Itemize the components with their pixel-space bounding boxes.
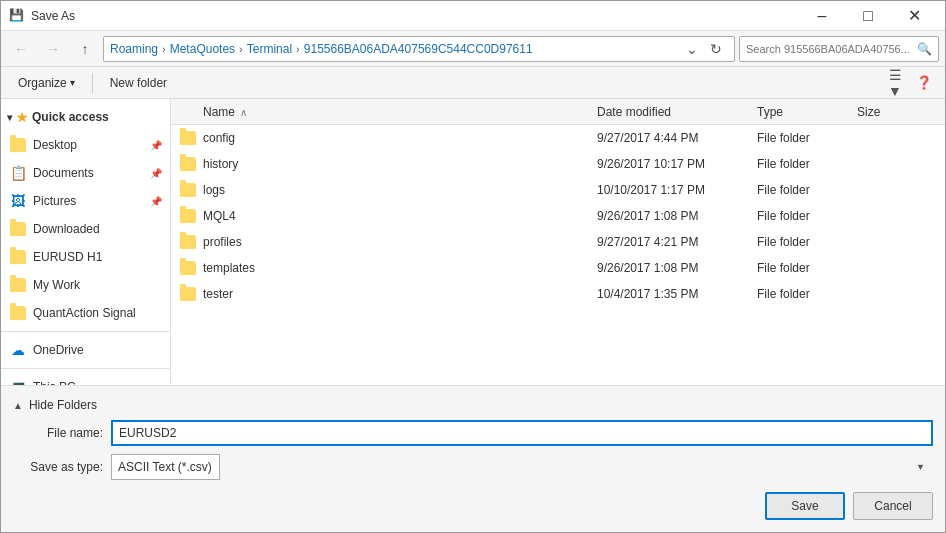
sidebar-item-desktop[interactable]: Desktop 📌: [1, 131, 170, 159]
search-box: 🔍: [739, 36, 939, 62]
address-refresh-button[interactable]: ↻: [704, 37, 728, 61]
bottom-panel: ▲ Hide Folders File name: Save as type: …: [1, 385, 945, 532]
pin-icon-pictures: 📌: [150, 196, 162, 207]
file-type-cell: File folder: [757, 261, 857, 275]
sidebar-item-eurusd-label: EURUSD H1: [33, 250, 162, 264]
cancel-button[interactable]: Cancel: [853, 492, 933, 520]
button-row: Save Cancel: [13, 488, 933, 524]
organize-arrow: ▾: [70, 77, 75, 88]
maximize-button[interactable]: □: [845, 1, 891, 31]
file-name-cell: profiles: [203, 235, 597, 249]
file-date-cell: 9/26/2017 1:08 PM: [597, 209, 757, 223]
hide-folders-chevron: ▲: [13, 400, 23, 411]
pin-icon-documents: 📌: [150, 168, 162, 179]
hide-folders-button[interactable]: Hide Folders: [29, 398, 97, 412]
back-button[interactable]: ←: [7, 35, 35, 63]
save-as-type-select[interactable]: ASCII Text (*.csv): [111, 454, 220, 480]
new-folder-button[interactable]: New folder: [101, 70, 176, 96]
new-folder-label: New folder: [110, 76, 167, 90]
file-date-cell: 9/27/2017 4:44 PM: [597, 131, 757, 145]
table-row[interactable]: logs 10/10/2017 1:17 PM File folder: [171, 177, 945, 203]
mywork-folder-icon: [9, 276, 27, 294]
folder-icon: [179, 285, 197, 303]
hide-folders-row: ▲ Hide Folders: [13, 394, 933, 412]
col-date-header[interactable]: Date modified: [597, 105, 757, 119]
window-title: Save As: [31, 9, 799, 23]
pin-icon-desktop: 📌: [150, 140, 162, 151]
file-name-cell: tester: [203, 287, 597, 301]
table-row[interactable]: templates 9/26/2017 1:08 PM File folder: [171, 255, 945, 281]
address-parts: Roaming › MetaQuotes › Terminal › 915566…: [110, 42, 680, 56]
file-type-cell: File folder: [757, 209, 857, 223]
table-row[interactable]: tester 10/4/2017 1:35 PM File folder: [171, 281, 945, 307]
content-area: ▾ ★ Quick access Desktop 📌 📋 Documents: [1, 99, 945, 385]
view-button[interactable]: ☰ ▼: [881, 70, 909, 96]
address-sep-3: ›: [296, 43, 300, 55]
quick-access-chevron: ▾: [7, 112, 12, 123]
desktop-folder-icon: [9, 136, 27, 154]
help-button[interactable]: ❓: [911, 70, 937, 96]
file-date-cell: 9/26/2017 1:08 PM: [597, 261, 757, 275]
quick-access-header[interactable]: ▾ ★ Quick access: [1, 103, 170, 131]
col-size-header[interactable]: Size: [857, 105, 937, 119]
pictures-folder-icon: 🖼: [9, 192, 27, 210]
table-row[interactable]: config 9/27/2017 4:44 PM File folder: [171, 125, 945, 151]
file-list: config 9/27/2017 4:44 PM File folder his…: [171, 125, 945, 385]
table-row[interactable]: MQL4 9/26/2017 1:08 PM File folder: [171, 203, 945, 229]
address-part-metaquotes[interactable]: MetaQuotes: [170, 42, 235, 56]
address-part-id[interactable]: 915566BA06ADA407569C544CC0D97611: [304, 42, 533, 56]
save-as-type-label: Save as type:: [13, 460, 103, 474]
sidebar-item-pictures[interactable]: 🖼 Pictures 📌: [1, 187, 170, 215]
quick-access-label: Quick access: [32, 110, 109, 124]
file-name-label: File name:: [13, 426, 103, 440]
sidebar-item-thispc[interactable]: 💻 This PC: [1, 373, 170, 385]
thispc-icon: 💻: [9, 378, 27, 385]
file-date-cell: 9/26/2017 10:17 PM: [597, 157, 757, 171]
table-row[interactable]: profiles 9/27/2017 4:21 PM File folder: [171, 229, 945, 255]
folder-icon: [179, 233, 197, 251]
address-bar[interactable]: Roaming › MetaQuotes › Terminal › 915566…: [103, 36, 735, 62]
sidebar-item-mywork-label: My Work: [33, 278, 162, 292]
organize-button[interactable]: Organize ▾: [9, 70, 84, 96]
save-button[interactable]: Save: [765, 492, 845, 520]
sidebar-item-eurusd[interactable]: EURUSD H1: [1, 243, 170, 271]
file-type-cell: File folder: [757, 157, 857, 171]
sort-indicator: ∧: [240, 107, 247, 118]
file-name-input[interactable]: [111, 420, 933, 446]
folder-icon: [179, 129, 197, 147]
file-date-cell: 9/27/2017 4:21 PM: [597, 235, 757, 249]
minimize-button[interactable]: –: [799, 1, 845, 31]
close-button[interactable]: ✕: [891, 1, 937, 31]
table-row[interactable]: history 9/26/2017 10:17 PM File folder: [171, 151, 945, 177]
address-sep-1: ›: [162, 43, 166, 55]
search-icon: 🔍: [917, 42, 932, 56]
downloaded-folder-icon: [9, 220, 27, 238]
address-part-roaming[interactable]: Roaming: [110, 42, 158, 56]
sidebar-divider-2: [1, 368, 170, 369]
col-name-header[interactable]: Name ∧: [203, 105, 597, 119]
folder-icon: [179, 259, 197, 277]
file-name-cell: templates: [203, 261, 597, 275]
sidebar-item-downloaded[interactable]: Downloaded: [1, 215, 170, 243]
forward-button[interactable]: →: [39, 35, 67, 63]
organize-label: Organize: [18, 76, 67, 90]
sidebar-item-quantaction[interactable]: QuantAction Signal: [1, 299, 170, 327]
title-bar-controls: – □ ✕: [799, 1, 937, 31]
up-button[interactable]: ↑: [71, 35, 99, 63]
file-type-cell: File folder: [757, 131, 857, 145]
onedrive-icon: ☁: [9, 341, 27, 359]
refresh-button[interactable]: ⌄: [680, 37, 704, 61]
title-bar: 💾 Save As – □ ✕: [1, 1, 945, 31]
main-panel: Name ∧ Date modified Type Size: [171, 99, 945, 385]
col-type-header[interactable]: Type: [757, 105, 857, 119]
sidebar-item-onedrive[interactable]: ☁ OneDrive: [1, 336, 170, 364]
address-sep-2: ›: [239, 43, 243, 55]
sidebar-item-mywork[interactable]: My Work: [1, 271, 170, 299]
sidebar-item-downloaded-label: Downloaded: [33, 222, 162, 236]
sidebar-item-quantaction-label: QuantAction Signal: [33, 306, 162, 320]
sidebar-item-documents[interactable]: 📋 Documents 📌: [1, 159, 170, 187]
file-type-cell: File folder: [757, 183, 857, 197]
toolbar2-right: ☰ ▼ ❓: [881, 70, 937, 96]
address-part-terminal[interactable]: Terminal: [247, 42, 292, 56]
search-input[interactable]: [746, 43, 917, 55]
